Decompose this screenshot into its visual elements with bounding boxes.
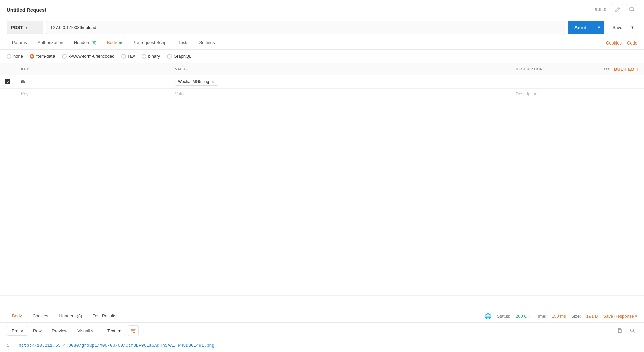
- tab-settings[interactable]: Settings: [194, 37, 220, 49]
- radio-label-x-www: x-www-form-urlencoded: [69, 54, 115, 59]
- tab-headers[interactable]: Headers (8): [69, 37, 102, 49]
- send-button[interactable]: Send: [568, 21, 594, 34]
- method-label: POST: [11, 25, 23, 30]
- radio-circle-x-www: [62, 54, 67, 59]
- row-key-cell: file: [16, 75, 170, 89]
- file-tag: WechatIMG5.png ✕: [175, 78, 218, 86]
- url-input[interactable]: [46, 21, 565, 34]
- method-select[interactable]: POST ▼: [7, 21, 43, 34]
- search-icon: [630, 328, 635, 333]
- form-data-area: KEY VALUE DESCRIPTION ••• Bulk Edit: [0, 63, 644, 268]
- size-label: Size:: [571, 314, 581, 319]
- radio-circle-form-data: [30, 54, 34, 59]
- tab-params[interactable]: Params: [7, 37, 32, 49]
- tab-body[interactable]: Body: [102, 37, 127, 49]
- radio-circle-graphql: [167, 54, 172, 59]
- row-desc-cell: [510, 75, 644, 89]
- format-select[interactable]: Text ▼: [104, 327, 125, 335]
- tab-authorization[interactable]: Authorization: [32, 37, 69, 49]
- row-checkbox-cell[interactable]: [0, 75, 16, 89]
- remove-file-button[interactable]: ✕: [211, 79, 215, 84]
- response-tab-test-results[interactable]: Test Results: [87, 310, 122, 322]
- save-dropdown-button[interactable]: ▼: [628, 21, 637, 34]
- radio-x-www[interactable]: x-www-form-urlencoded: [62, 54, 115, 59]
- empty-checkbox-cell: [0, 89, 16, 99]
- radio-label-graphql: GraphQL: [174, 54, 191, 59]
- time-value: 150 ms: [552, 314, 566, 319]
- col-header-check: [0, 63, 16, 75]
- response-tab-headers[interactable]: Headers (3): [54, 310, 88, 322]
- response-content: http://10.211.55.4:8080/group1/M00/00/00…: [19, 343, 637, 348]
- comment-icon: [629, 7, 634, 12]
- empty-desc-cell[interactable]: Description: [510, 89, 644, 99]
- app-container: Untitled Request BUILD POST ▼: [0, 0, 644, 352]
- save-button[interactable]: Save: [607, 21, 628, 34]
- svg-rect-0: [630, 8, 634, 11]
- response-tab-body[interactable]: Body: [7, 310, 27, 322]
- comment-icon-btn[interactable]: [626, 4, 637, 15]
- tab-right-links: Cookies Code: [606, 40, 637, 46]
- copy-icon: [617, 328, 622, 333]
- globe-icon[interactable]: 🌐: [485, 313, 491, 319]
- col-header-desc: DESCRIPTION ••• Bulk Edit: [510, 63, 644, 75]
- chevron-down-icon: ▼: [25, 26, 28, 29]
- body-active-dot: [119, 42, 122, 44]
- response-url[interactable]: http://10.211.55.4:8080/group1/M00/00/00…: [19, 343, 214, 348]
- send-group: Send ▼: [568, 21, 604, 34]
- chevron-down-icon: ▼: [117, 328, 122, 333]
- radio-label-binary: binary: [148, 54, 160, 59]
- radio-circle-none: [7, 54, 11, 59]
- radio-raw[interactable]: raw: [121, 54, 135, 59]
- file-name: WechatIMG5.png: [178, 79, 209, 84]
- radio-binary[interactable]: binary: [142, 54, 160, 59]
- view-tab-raw[interactable]: Raw: [28, 326, 47, 336]
- response-section: Body Cookies Headers (3) Test Results 🌐 …: [0, 310, 644, 352]
- th-actions: DESCRIPTION ••• Bulk Edit: [516, 66, 639, 72]
- empty-key-cell[interactable]: Key: [16, 89, 170, 99]
- col-header-value: VALUE: [170, 63, 510, 75]
- empty-value-cell[interactable]: Value: [170, 89, 510, 99]
- code-link[interactable]: Code: [627, 40, 637, 46]
- edit-icon-btn[interactable]: [612, 4, 623, 15]
- bulk-edit-button[interactable]: Bulk Edit: [614, 67, 639, 72]
- response-tab-cookies[interactable]: Cookies: [27, 310, 54, 322]
- cookies-link[interactable]: Cookies: [606, 40, 622, 46]
- row-key-value: file: [21, 79, 27, 84]
- build-label: BUILD: [595, 8, 607, 12]
- send-dropdown-button[interactable]: ▼: [594, 21, 604, 34]
- search-button[interactable]: [627, 326, 637, 336]
- radio-form-data[interactable]: form-data: [30, 54, 55, 59]
- tab-tests[interactable]: Tests: [173, 37, 194, 49]
- tab-pre-request[interactable]: Pre-request Script: [127, 37, 173, 49]
- row-checkbox[interactable]: [5, 79, 10, 84]
- desc-placeholder: Description: [516, 91, 537, 96]
- table-row: file WechatIMG5.png ✕: [0, 75, 644, 89]
- wrap-icon: [131, 328, 136, 333]
- panel-divider[interactable]: [0, 295, 644, 296]
- radio-graphql[interactable]: GraphQL: [167, 54, 191, 59]
- svg-rect-1: [618, 329, 621, 333]
- radio-label-form-data: form-data: [36, 54, 55, 59]
- header-actions: BUILD: [595, 4, 637, 15]
- request-tabs-bar: Params Authorization Headers (8) Body Pr…: [0, 37, 644, 50]
- more-options-button[interactable]: •••: [604, 66, 610, 72]
- status-value: 200 OK: [516, 314, 530, 319]
- radio-label-raw: raw: [128, 54, 135, 59]
- view-tab-pretty[interactable]: Pretty: [7, 326, 28, 336]
- save-response-button[interactable]: Save Response ▾: [603, 314, 637, 319]
- col-header-key: KEY: [16, 63, 170, 75]
- response-meta: 🌐 Status: 200 OK Time: 150 ms Size: 191 …: [485, 313, 637, 319]
- response-tabs-bar: Body Cookies Headers (3) Test Results 🌐 …: [0, 310, 644, 323]
- line-number-1: 1: [7, 343, 9, 348]
- radio-none[interactable]: none: [7, 54, 23, 59]
- url-bar: POST ▼ Send ▼ Save ▼: [0, 18, 644, 37]
- headers-badge: (8): [91, 40, 96, 45]
- copy-button[interactable]: [615, 326, 625, 336]
- request-header: Untitled Request BUILD: [0, 0, 644, 18]
- radio-label-none: none: [13, 54, 23, 59]
- pencil-icon: [615, 7, 620, 12]
- view-tab-preview[interactable]: Preview: [47, 326, 72, 336]
- wrap-button[interactable]: [128, 325, 139, 336]
- view-tab-visualize[interactable]: Visualize: [72, 326, 100, 336]
- radio-circle-raw: [121, 54, 126, 59]
